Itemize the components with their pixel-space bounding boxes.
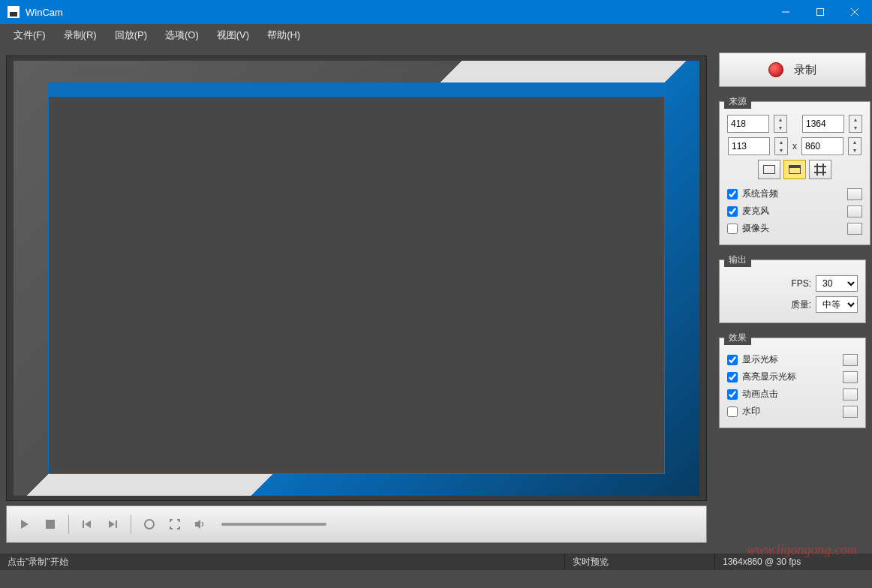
maximize-button[interactable] (803, 0, 837, 24)
show-cursor-row: 显示光标 (727, 351, 858, 368)
animate-clicks-label: 动画点击 (742, 388, 778, 400)
source-h-input[interactable] (801, 137, 843, 155)
main-area: 录制 来源 ▲▼ ▲▼ ▲▼ x ▲▼ (0, 46, 872, 549)
menu-view[interactable]: 视图(V) (208, 26, 258, 45)
separator (131, 514, 131, 534)
source-group: 来源 ▲▼ ▲▼ ▲▼ x ▲▼ (719, 94, 870, 245)
animate-clicks-row: 动画点击 (727, 386, 858, 403)
fullscreen-button[interactable] (164, 514, 185, 535)
effects-group: 效果 显示光标 高亮显示光标 动画点击 水印 (719, 331, 866, 428)
y-spinner[interactable]: ▲▼ (774, 137, 788, 155)
x-spinner[interactable]: ▲▼ (774, 115, 787, 133)
show-cursor-checkbox[interactable] (727, 355, 738, 365)
source-legend: 来源 (724, 94, 751, 109)
quality-label: 质量: (791, 298, 811, 311)
camera-row: 摄像头 (727, 220, 862, 237)
stop-button[interactable] (40, 514, 61, 535)
animate-clicks-config[interactable] (843, 388, 858, 400)
menu-playback[interactable]: 回放(P) (106, 26, 156, 45)
loop-button[interactable] (139, 514, 160, 535)
watermark-row: 水印 (727, 403, 858, 420)
svg-point-10 (145, 520, 154, 529)
close-button[interactable] (837, 0, 872, 24)
system-audio-label: 系统音频 (742, 188, 778, 200)
source-y-input[interactable] (728, 137, 770, 155)
window-controls (768, 0, 872, 24)
titlebar: WinCam (0, 0, 872, 24)
system-audio-row: 系统音频 (727, 185, 862, 202)
preview-panel (0, 46, 713, 549)
source-x-input[interactable] (727, 115, 769, 133)
mode-region-button[interactable] (809, 160, 831, 179)
microphone-label: 麦克风 (742, 205, 769, 218)
system-audio-config[interactable] (847, 188, 862, 200)
separator (68, 514, 69, 534)
record-button[interactable]: 录制 (719, 52, 866, 87)
show-cursor-config[interactable] (843, 354, 858, 366)
system-audio-checkbox[interactable] (727, 189, 738, 200)
record-icon (768, 62, 783, 77)
svg-marker-8 (109, 520, 115, 528)
quality-select[interactable]: 中等 (816, 296, 858, 313)
source-w-input[interactable] (802, 115, 844, 133)
volume-slider[interactable] (221, 523, 326, 526)
w-spinner[interactable]: ▲▼ (849, 115, 862, 133)
mode-fullscreen-button[interactable] (783, 160, 806, 179)
microphone-checkbox[interactable] (727, 206, 738, 217)
menu-file[interactable]: 文件(F) (5, 26, 55, 45)
menu-options[interactable]: 选项(O) (156, 26, 208, 45)
mode-window-button[interactable] (758, 160, 780, 179)
playback-toolbar (6, 506, 707, 543)
animate-clicks-checkbox[interactable] (727, 389, 738, 400)
fps-label: FPS: (791, 278, 811, 289)
show-cursor-label: 显示光标 (742, 353, 778, 366)
svg-rect-9 (116, 520, 117, 528)
window-title: WinCam (26, 7, 768, 18)
preview-image (14, 61, 699, 496)
app-icon (8, 6, 20, 18)
menubar: 文件(F) 录制(R) 回放(P) 选项(O) 视图(V) 帮助(H) (0, 24, 872, 46)
output-group: 输出 FPS: 30 质量: 中等 (719, 253, 866, 323)
highlight-cursor-config[interactable] (843, 371, 858, 383)
minimize-button[interactable] (768, 0, 803, 24)
skip-back-button[interactable] (77, 514, 98, 535)
highlight-cursor-row: 高亮显示光标 (727, 368, 858, 386)
output-legend: 输出 (724, 253, 751, 267)
camera-config[interactable] (847, 223, 862, 235)
watermark-checkbox[interactable] (727, 406, 738, 417)
camera-checkbox[interactable] (727, 224, 738, 234)
watermark-label: 水印 (742, 405, 760, 418)
record-label: 录制 (794, 63, 816, 77)
volume-button[interactable] (190, 514, 211, 535)
svg-rect-5 (46, 520, 55, 529)
h-spinner[interactable]: ▲▼ (848, 137, 861, 155)
dimension-separator: x (792, 141, 797, 152)
sidebar: 录制 来源 ▲▼ ▲▼ ▲▼ x ▲▼ (713, 46, 872, 549)
skip-forward-button[interactable] (102, 514, 123, 535)
watermark-text: www.ligongong.com (747, 542, 857, 558)
highlight-cursor-label: 高亮显示光标 (742, 370, 796, 383)
menu-record[interactable]: 录制(R) (55, 26, 106, 45)
menu-help[interactable]: 帮助(H) (258, 26, 309, 45)
svg-rect-1 (817, 9, 824, 16)
preview-viewport (6, 56, 707, 501)
status-preview: 实时预览 (564, 554, 714, 570)
svg-marker-11 (195, 520, 200, 529)
highlight-cursor-checkbox[interactable] (727, 372, 738, 382)
statusbar: 点击"录制"开始 实时预览 1364x860 @ 30 fps (0, 554, 872, 570)
svg-marker-4 (21, 520, 29, 529)
microphone-config[interactable] (847, 206, 862, 218)
svg-rect-6 (83, 520, 84, 528)
svg-marker-7 (85, 520, 91, 528)
camera-label: 摄像头 (742, 222, 769, 235)
status-hint: 点击"录制"开始 (0, 554, 564, 570)
fps-select[interactable]: 30 (816, 275, 858, 292)
watermark-config[interactable] (843, 406, 858, 418)
effects-legend: 效果 (724, 331, 751, 345)
microphone-row: 麦克风 (727, 202, 862, 220)
play-button[interactable] (14, 514, 35, 535)
